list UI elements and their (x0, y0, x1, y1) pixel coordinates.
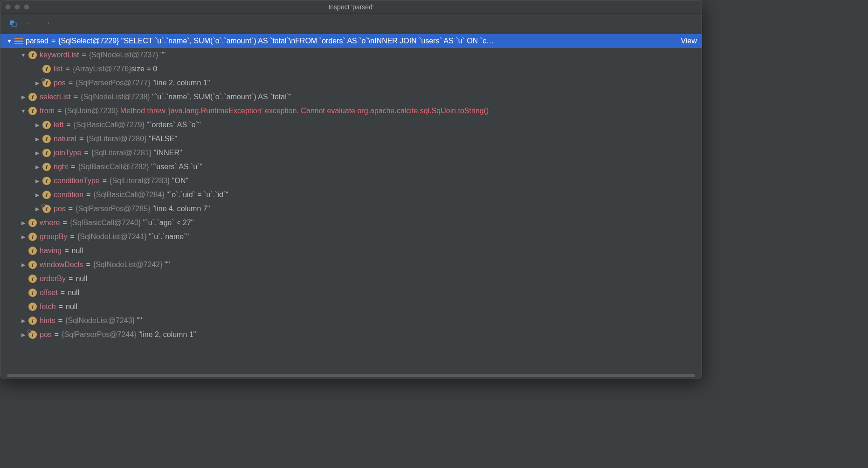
field-type: {SqlNodeList@7237} (89, 51, 158, 59)
back-icon[interactable]: ← (26, 19, 34, 28)
field-icon: f (28, 289, 37, 297)
horizontal-scrollbar[interactable] (0, 373, 702, 378)
chevron-right-icon[interactable]: ▶ (20, 262, 27, 268)
chevron-right-icon[interactable]: ▶ (34, 122, 41, 128)
tree-row[interactable]: ▶ f windowDecls = {SqlNodeList@7242} "" (0, 258, 702, 272)
field-icon: f (42, 135, 51, 143)
forward-icon[interactable]: → (42, 19, 51, 28)
inspect-window: Inspect 'parsed' ← → ▼ parsed = {SqlSele… (0, 0, 702, 379)
field-value: "" (160, 51, 165, 59)
field-icon: f (28, 233, 37, 241)
tree-row[interactable]: ▶ f groupBy = {SqlNodeList@7241} "`u`.`n… (0, 230, 702, 244)
tree-row[interactable]: ▶ f conditionType = {SqlLiteral@7283} "O… (0, 174, 702, 188)
field-type: {SqlSelect@7229} (58, 37, 119, 45)
field-type: {SqlParserPos@7244} (62, 330, 136, 339)
chevron-right-icon[interactable]: ▶ (34, 192, 41, 198)
field-icon: f (42, 79, 51, 87)
tree-row[interactable]: ▶ f where = {SqlBasicCall@7240} "`u`.`ag… (0, 216, 702, 230)
field-icon: f (42, 163, 51, 171)
field-name: natural (54, 135, 76, 143)
field-type: {SqlLiteral@7281} (91, 149, 152, 157)
chevron-right-icon[interactable]: ▶ (34, 150, 41, 156)
field-icon: f (28, 275, 37, 283)
field-value: "`u`.`age` < 27" (143, 219, 194, 227)
field-value: "ON" (172, 177, 188, 185)
tree-row[interactable]: ▼ f keywordList = {SqlNodeList@7237} "" (0, 48, 702, 62)
field-icon: f (42, 65, 51, 73)
field-name: keywordList (40, 51, 79, 59)
chevron-right-icon[interactable]: ▶ (20, 94, 27, 100)
scrollbar-thumb[interactable] (7, 374, 695, 377)
tree-row[interactable]: ▶ f left = {SqlBasicCall@7279} "`orders`… (0, 118, 702, 132)
field-type: {SqlBasicCall@7284} (93, 191, 164, 199)
field-icon: f (28, 51, 37, 59)
field-name: groupBy (40, 233, 68, 241)
tree-row[interactable]: ▶ f selectList = {SqlNodeList@7238} "`u`… (0, 90, 702, 104)
field-name: hints (40, 317, 55, 325)
tree-row[interactable]: ▶ f pos = {SqlParserPos@7277} "line 2, c… (0, 76, 702, 90)
field-type: {SqlNodeList@7241} (77, 233, 147, 241)
field-name: right (54, 163, 68, 171)
field-name: left (54, 121, 63, 129)
tree-row[interactable]: ▶ f pos = {SqlParserPos@7285} "line 4, c… (0, 202, 702, 216)
field-type: {ArrayList@7276} (73, 65, 131, 73)
tree-row[interactable]: ▶ f natural = {SqlLiteral@7280} "FALSE" (0, 132, 702, 146)
chevron-right-icon[interactable]: ▶ (20, 234, 27, 240)
field-type: {SqlNodeList@7242} (93, 261, 163, 269)
field-name: joinType (54, 149, 82, 157)
tree-row[interactable]: ▶ f orderBy = null (0, 272, 702, 286)
field-type: {SqlBasicCall@7279} (74, 121, 145, 129)
field-icon: f (28, 219, 37, 227)
chevron-right-icon[interactable]: ▶ (34, 136, 41, 142)
field-icon: f (28, 247, 37, 255)
field-value: "INNER" (154, 149, 182, 157)
tree-row[interactable]: ▶ f fetch = null (0, 300, 702, 314)
chevron-down-icon[interactable]: ▼ (20, 108, 27, 114)
field-icon: f (28, 261, 37, 269)
variable-tree[interactable]: ▼ parsed = {SqlSelect@7229} "SELECT `u`.… (0, 33, 702, 373)
field-icon: f (42, 205, 51, 213)
tree-row[interactable]: ▶ f hints = {SqlNodeList@7243} "" (0, 314, 702, 328)
field-name: where (40, 219, 60, 227)
field-value: null (76, 275, 87, 283)
field-name: orderBy (40, 275, 66, 283)
field-value: "`users` AS `u`" (151, 163, 202, 171)
chevron-right-icon[interactable]: ▶ (34, 206, 41, 212)
field-value: "SELECT `u`.`name`, SUM(`o`.`amount`) AS… (121, 37, 494, 45)
chevron-down-icon[interactable]: ▼ (6, 38, 13, 44)
new-watch-icon[interactable] (9, 19, 17, 28)
chevron-right-icon[interactable]: ▶ (20, 220, 27, 226)
field-value: "line 2, column 1" (152, 79, 210, 87)
equals-sign: = (48, 37, 58, 45)
chevron-right-icon[interactable]: ▶ (34, 178, 41, 184)
tree-row[interactable]: ▶ f having = null (0, 244, 702, 258)
titlebar[interactable]: Inspect 'parsed' (0, 0, 702, 14)
field-type: {SqlBasicCall@7282} (78, 163, 149, 171)
tree-row[interactable]: ▶ f joinType = {SqlLiteral@7281} "INNER" (0, 146, 702, 160)
tree-row[interactable]: ▶ f condition = {SqlBasicCall@7284} "`o`… (0, 188, 702, 202)
field-type: {SqlNodeList@7243} (65, 317, 135, 325)
field-icon: f (28, 303, 37, 311)
chevron-right-icon[interactable]: ▶ (34, 80, 41, 86)
object-icon (14, 38, 23, 44)
tree-row[interactable]: ▼ f from = {SqlJoin@7239} Method threw '… (0, 104, 702, 118)
field-icon: f (42, 191, 51, 199)
svg-rect-1 (12, 23, 16, 27)
chevron-right-icon[interactable]: ▶ (20, 332, 27, 338)
tree-row[interactable]: ▶ f offset = null (0, 286, 702, 300)
chevron-right-icon[interactable]: ▶ (20, 318, 27, 324)
field-name: pos (54, 79, 66, 87)
field-name: offset (40, 289, 58, 297)
chevron-down-icon[interactable]: ▼ (20, 52, 27, 58)
tree-row-root[interactable]: ▼ parsed = {SqlSelect@7229} "SELECT `u`.… (0, 34, 702, 48)
chevron-right-icon[interactable]: ▶ (34, 164, 41, 170)
tree-row[interactable]: ▶ f list = {ArrayList@7276} size = 0 (0, 62, 702, 76)
field-name: fetch (40, 303, 56, 311)
field-value: "line 2, column 1" (138, 330, 196, 339)
field-value: "`u`.`name`, SUM(`o`.`amount`) AS `total… (152, 93, 291, 101)
field-name: pos (54, 205, 66, 213)
view-link[interactable]: View (672, 37, 697, 45)
field-icon: f (28, 93, 37, 101)
tree-row[interactable]: ▶ f right = {SqlBasicCall@7282} "`users`… (0, 160, 702, 174)
tree-row[interactable]: ▶ f pos = {SqlParserPos@7244} "line 2, c… (0, 328, 702, 342)
